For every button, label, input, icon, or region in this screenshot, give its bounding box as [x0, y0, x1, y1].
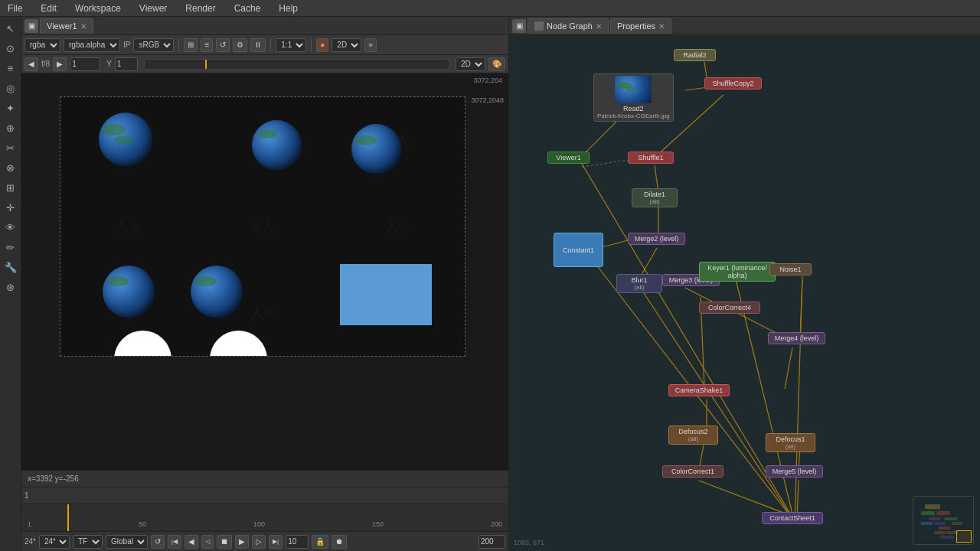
globe-5: [191, 266, 243, 318]
node-graph-tab[interactable]: Node Graph ✕: [528, 18, 609, 34]
channel-sub-select[interactable]: rgba.alpha: [64, 38, 120, 52]
node-Viewer1[interactable]: Viewer1: [547, 152, 590, 164]
node-tabs: ▣ Node Graph ✕ Properties ✕: [509, 17, 980, 35]
node-graph-tab-close[interactable]: ✕: [596, 22, 602, 31]
frame-scrubber[interactable]: [144, 59, 449, 70]
current-frame-input[interactable]: [286, 535, 309, 549]
mode-select[interactable]: TF: [73, 535, 103, 549]
coord-text: x=3392 y=-256: [28, 474, 79, 483]
expand-btn[interactable]: »: [364, 38, 377, 52]
node-coords: 1083, 671: [514, 539, 544, 546]
sidebar-icon-transform[interactable]: ✛: [2, 199, 19, 216]
timeline-playhead[interactable]: [67, 504, 69, 531]
play-fwd-btn[interactable]: ▶: [235, 535, 249, 549]
node-Blur1[interactable]: Blur1 (all): [616, 274, 662, 293]
sidebar-icon-arrow[interactable]: ↖: [2, 20, 19, 37]
frame-input[interactable]: [70, 57, 100, 71]
menu-cache[interactable]: Cache: [231, 2, 264, 15]
node-Keyer1[interactable]: Keyer1 (luminance/ alpha): [699, 262, 776, 282]
fps-select[interactable]: 24*: [39, 535, 70, 549]
menu-help[interactable]: Help: [276, 2, 301, 15]
lock-btn[interactable]: 🔒: [312, 535, 328, 549]
node-Merge2-level-label: Merge2 (level): [635, 235, 679, 243]
minimap[interactable]: [913, 496, 974, 545]
menu-file[interactable]: File: [5, 2, 25, 15]
node-CameraShake1[interactable]: CameraShake1: [668, 384, 730, 396]
mode-2d-select[interactable]: 2D: [332, 38, 361, 52]
next-btn[interactable]: ▷: [252, 535, 266, 549]
menu-render[interactable]: Render: [182, 2, 218, 15]
viewer-tab[interactable]: Viewer1 ✕: [40, 18, 93, 34]
fit-btn[interactable]: ⊞: [184, 38, 198, 52]
node-ShuffleCopy2[interactable]: ShuffleCopy2: [704, 77, 762, 90]
connections-svg: [509, 35, 980, 551]
color-picker-btn[interactable]: ●: [316, 38, 328, 52]
y-input[interactable]: [115, 57, 138, 71]
colorspace-select[interactable]: sRGB: [133, 38, 174, 52]
node-Blur1-label: Blur1: [631, 276, 647, 284]
sidebar-icon-wrench[interactable]: 🔧: [2, 259, 19, 276]
reset-btn[interactable]: ↺: [151, 535, 165, 549]
sidebar-icon-scissors[interactable]: ✂: [2, 139, 19, 156]
view-mode-select[interactable]: 2D: [456, 57, 485, 71]
timeline-ruler[interactable]: 1 50 100 150 200: [21, 504, 508, 531]
resolution-text: 3072,204: [473, 77, 502, 84]
prev-frame-btn[interactable]: ◀: [24, 57, 38, 71]
prev-step-btn[interactable]: ◁: [201, 535, 214, 549]
sidebar-icon-circle[interactable]: ⊙: [2, 40, 19, 57]
next-frame-btn[interactable]: ▶: [53, 57, 67, 71]
sidebar-icon-menu[interactable]: ≡: [2, 60, 19, 77]
frame-rate-label: f/8: [41, 60, 50, 68]
node-Dilate1[interactable]: Dilate1 (all): [632, 188, 678, 207]
zoom-select[interactable]: 1:1: [276, 38, 306, 52]
next-end-btn[interactable]: ▶|: [269, 535, 283, 549]
svg-line-20: [582, 164, 792, 517]
color-wand-btn[interactable]: 🎨: [488, 57, 505, 71]
sidebar-icon-layers[interactable]: ⊛: [2, 279, 19, 295]
properties-tab[interactable]: Properties ✕: [610, 18, 671, 34]
sidebar-icon-paint[interactable]: ✏: [2, 239, 19, 256]
sidebar-icon-target[interactable]: ◎: [2, 80, 19, 96]
menu-edit[interactable]: Edit: [38, 2, 60, 15]
node-Read2[interactable]: Read2 Patrick-Krebs-CGEarth.jpg: [593, 73, 674, 122]
settings-btn[interactable]: ⚙: [233, 38, 247, 52]
end-frame-input[interactable]: [479, 535, 505, 549]
node-canvas[interactable]: Radial2 Read2 Patrick-Krebs-CGEarth.jpg …: [509, 35, 980, 551]
prev-btn[interactable]: ◀: [185, 535, 198, 549]
sidebar-icon-plus-circle[interactable]: ⊕: [2, 119, 19, 136]
image-dimensions: 3072,2048: [471, 96, 504, 104]
globe-2: [252, 120, 302, 170]
channel-select[interactable]: rgba: [24, 38, 60, 52]
properties-tab-close[interactable]: ✕: [658, 22, 665, 31]
node-Defocus2[interactable]: Defocus2 (all): [668, 425, 718, 445]
node-ColorCorrect1[interactable]: ColorCorrect1: [662, 465, 724, 478]
sidebar-icon-grid[interactable]: ⊞: [2, 179, 19, 196]
node-ContactSheet1[interactable]: ContactSheet1: [762, 512, 823, 524]
node-Radial2[interactable]: Radial2: [674, 49, 716, 61]
menu-viewer[interactable]: Viewer: [136, 2, 170, 15]
prev-in-btn[interactable]: |◀: [168, 535, 181, 549]
node-Shuffle1[interactable]: Shuffle1: [628, 152, 674, 164]
channels-btn[interactable]: ≡: [201, 38, 213, 52]
menu-workspace[interactable]: Workspace: [72, 2, 124, 15]
sidebar-icon-star[interactable]: ✦: [2, 99, 19, 116]
node-Merge2-level[interactable]: Merge2 (level): [628, 233, 685, 245]
loop-btn[interactable]: ↺: [216, 38, 230, 52]
node-Noise1[interactable]: Noise1: [769, 263, 812, 276]
sidebar-icon-cross[interactable]: ⊗: [2, 159, 19, 176]
range-select[interactable]: Global: [106, 535, 148, 549]
viewer-tab-close[interactable]: ✕: [80, 22, 87, 31]
node-ContactSheet1-label: ContactSheet1: [769, 514, 815, 522]
svg-line-14: [785, 347, 792, 389]
pause-btn[interactable]: ⏸: [250, 38, 266, 52]
node-Defocus1[interactable]: Defocus1 (all): [766, 433, 815, 452]
record-btn[interactable]: ⏺: [332, 535, 347, 549]
viewer-canvas[interactable]: 3072,204 ⊙人 人⊙ ⊙人 人⊙ ⊙人 人⊙ ⊙人 人⊙ ⊙人: [21, 73, 508, 470]
sidebar-icon-eye[interactable]: 👁: [2, 219, 19, 236]
node-Merge4-level[interactable]: Merge4 (level): [768, 332, 825, 344]
node-Dilate1-sublabel: (all): [649, 198, 659, 205]
node-Merge5-level[interactable]: Merge5 (level): [766, 465, 823, 478]
stop-btn[interactable]: ⏹: [217, 535, 232, 549]
node-Constant1[interactable]: Constant1: [554, 233, 603, 267]
node-ColorCorrect4[interactable]: ColorCorrect4: [699, 302, 760, 314]
